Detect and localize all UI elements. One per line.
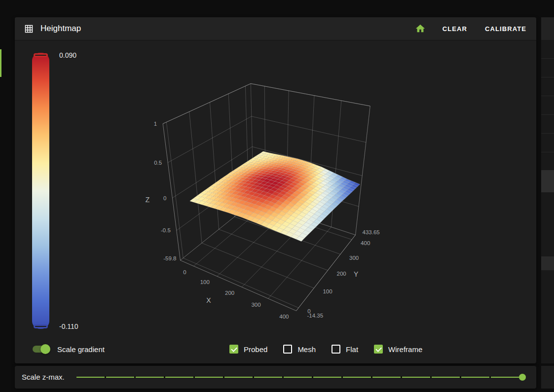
scale-max-cap bbox=[34, 53, 48, 57]
adjacent-panel-edge bbox=[541, 17, 554, 389]
slider-track[interactable] bbox=[76, 377, 522, 378]
svg-text:433.65: 433.65 bbox=[363, 229, 380, 235]
svg-text:X: X bbox=[206, 296, 211, 304]
checkbox-flat[interactable]: Flat bbox=[332, 345, 358, 354]
svg-text:200: 200 bbox=[225, 290, 234, 296]
adjacent-panel-rows-edge bbox=[541, 40, 554, 170]
plot-controls-row: Scale gradient Probed Mesh Flat bbox=[15, 342, 536, 356]
scale-zmax-label: Scale z-max. bbox=[22, 366, 65, 389]
scale-max-value: 0.090 bbox=[59, 50, 76, 60]
checkbox-probed[interactable]: Probed bbox=[229, 345, 267, 354]
svg-text:100: 100 bbox=[200, 279, 210, 285]
svg-text:0: 0 bbox=[163, 195, 166, 201]
svg-text:0: 0 bbox=[183, 269, 186, 275]
clear-heightmap-button[interactable]: CLEAR bbox=[442, 22, 468, 36]
svg-text:400: 400 bbox=[361, 240, 370, 246]
svg-text:-14.35: -14.35 bbox=[307, 313, 324, 319]
checkbox-mesh-label: Mesh bbox=[297, 345, 316, 354]
home-button[interactable] bbox=[415, 23, 426, 34]
checkbox-mesh[interactable]: Mesh bbox=[283, 345, 316, 354]
svg-text:1: 1 bbox=[154, 121, 157, 127]
adjacent-panel-block-edge bbox=[541, 256, 554, 270]
checkbox-probed-box[interactable] bbox=[229, 345, 238, 354]
svg-text:-0.5: -0.5 bbox=[161, 227, 171, 233]
header-actions: CLEAR CALIBRATE bbox=[415, 22, 527, 36]
switch-knob[interactable] bbox=[40, 344, 50, 354]
calibrate-button[interactable]: CALIBRATE bbox=[484, 22, 527, 36]
height-color-scale bbox=[32, 53, 49, 329]
scale-gradient-label: Scale gradient bbox=[57, 345, 105, 354]
checkbox-wireframe-box[interactable] bbox=[374, 345, 383, 354]
svg-text:300: 300 bbox=[251, 302, 260, 308]
svg-text:Z: Z bbox=[146, 196, 150, 204]
heightmap-body: 0100200300400-59.80100200300400-14.35433… bbox=[15, 40, 536, 363]
heightmap-header: Heightmap CLEAR CALIBRATE bbox=[15, 17, 536, 40]
grid-icon bbox=[24, 24, 34, 34]
svg-text:200: 200 bbox=[337, 271, 346, 277]
checkbox-wireframe-label: Wireframe bbox=[388, 345, 422, 354]
adjacent-panel-header-edge bbox=[541, 17, 554, 40]
home-icon bbox=[415, 23, 426, 34]
checkbox-flat-label: Flat bbox=[346, 345, 358, 354]
scale-zmax-panel: Scale z-max. bbox=[15, 366, 536, 389]
panel-title: Heightmap bbox=[40, 24, 81, 34]
adjacent-panel-edge-fill bbox=[541, 270, 554, 363]
nav-active-indicator bbox=[0, 49, 1, 77]
svg-text:400: 400 bbox=[279, 314, 289, 320]
adjacent-panel-block-edge bbox=[541, 170, 554, 192]
scale-min-cap bbox=[34, 324, 48, 328]
svg-text:300: 300 bbox=[349, 255, 359, 261]
svg-text:0.5: 0.5 bbox=[154, 160, 162, 166]
page-background: Heightmap CLEAR CALIBRATE 0100200300400-… bbox=[0, 0, 554, 392]
svg-text:-59.8: -59.8 bbox=[163, 255, 176, 261]
svg-text:Y: Y bbox=[354, 270, 359, 278]
checkbox-flat-box[interactable] bbox=[332, 345, 340, 354]
checkbox-mesh-box[interactable] bbox=[283, 345, 292, 354]
svg-text:100: 100 bbox=[323, 288, 332, 294]
checkbox-probed-label: Probed bbox=[244, 345, 267, 354]
scale-zmax-slider[interactable] bbox=[76, 366, 522, 389]
heightmap-3d-plot[interactable]: 0100200300400-59.80100200300400-14.35433… bbox=[15, 40, 536, 363]
slider-thumb[interactable] bbox=[519, 374, 526, 381]
heightmap-panel: Heightmap CLEAR CALIBRATE 0100200300400-… bbox=[15, 17, 536, 363]
scale-gradient-toggle-group[interactable]: Scale gradient bbox=[33, 342, 105, 356]
layer-checkboxes: Probed Mesh Flat Wireframe bbox=[229, 342, 422, 356]
scale-gradient-switch[interactable] bbox=[33, 344, 50, 354]
checkbox-wireframe[interactable]: Wireframe bbox=[374, 345, 422, 354]
scale-min-value: -0.110 bbox=[59, 321, 78, 331]
adjacent-card-edge bbox=[541, 366, 554, 389]
adjacent-panel-edge-fill bbox=[541, 192, 554, 256]
